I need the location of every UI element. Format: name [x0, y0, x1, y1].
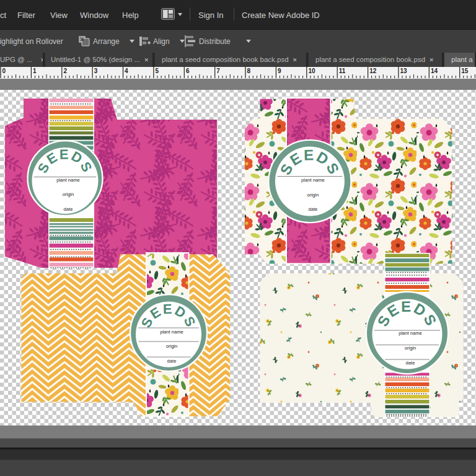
svg-text:origin: origin [63, 192, 74, 197]
svg-text:date: date [64, 206, 73, 212]
svg-text:date: date [406, 360, 415, 366]
svg-text:origin: origin [307, 192, 319, 198]
svg-text:origin: origin [405, 345, 416, 351]
svg-text:date: date [309, 206, 318, 212]
svg-text:plant name: plant name [399, 330, 422, 336]
svg-text:plant name: plant name [160, 329, 183, 335]
svg-text:origin: origin [166, 343, 178, 349]
svg-text:plant name: plant name [301, 177, 325, 183]
svg-text:plant name: plant name [56, 177, 80, 183]
svg-text:date: date [167, 358, 177, 364]
